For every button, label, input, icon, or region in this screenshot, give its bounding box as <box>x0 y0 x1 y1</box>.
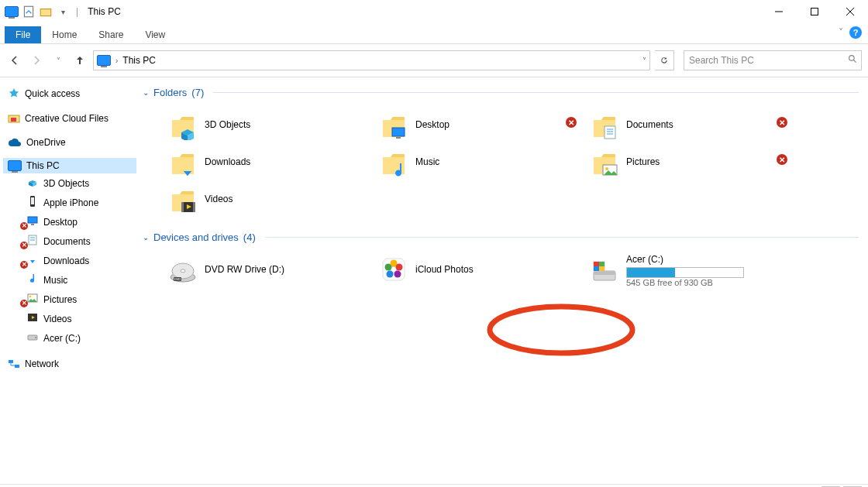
search-input[interactable]: Search This PC <box>684 50 862 70</box>
folder-item-3d-objects[interactable]: 3D Objects <box>163 106 374 143</box>
sidebar-item-videos[interactable]: Videos <box>3 309 136 328</box>
sidebar-item-music[interactable]: Music <box>3 270 136 290</box>
navigation-pane: Quick access Creative Cloud Files OneDri… <box>0 77 140 484</box>
refresh-button[interactable] <box>655 50 674 70</box>
sidebar-label: Apple iPhone <box>43 197 98 208</box>
item-label: Pictures <box>626 156 790 167</box>
qat-new-folder-icon[interactable] <box>39 5 53 19</box>
group-header-devices[interactable]: ⌄ Devices and drives (4) <box>143 228 859 246</box>
back-button[interactable] <box>6 52 23 69</box>
svg-rect-48 <box>594 271 615 275</box>
sidebar-label: Network <box>25 358 59 369</box>
sidebar-item-desktop[interactable]: ✕Desktop <box>3 212 136 231</box>
breadcrumb-sep-icon: › <box>115 57 118 65</box>
content-pane[interactable]: ⌄ Folders (7) 3D ObjectsDesktop✕Document… <box>140 77 868 484</box>
ribbon: File Home Share View ˅ ? <box>0 23 868 43</box>
breadcrumb-this-pc[interactable]: This PC <box>122 55 156 66</box>
sidebar-item-downloads[interactable]: ✕Downloads <box>3 251 136 270</box>
folder-item-videos[interactable]: Videos <box>163 180 374 218</box>
icloud-icon <box>378 254 409 285</box>
desktop-folder-icon <box>378 109 409 140</box>
sidebar-label: Downloads <box>43 256 89 266</box>
device-item-dvd-rw-drive-d-[interactable]: DVDDVD RW Drive (D:) <box>163 251 374 288</box>
sidebar-item-network[interactable]: Network <box>3 355 136 372</box>
item-label: Desktop <box>415 119 580 130</box>
svg-rect-9 <box>11 118 16 122</box>
folder-item-downloads[interactable]: Downloads <box>163 143 374 180</box>
doc-icon <box>26 234 39 249</box>
folder-item-documents[interactable]: Documents✕ <box>584 106 795 143</box>
status-bar: 11 items 1 item selected ☰ ▦ <box>0 484 868 487</box>
qat-customize-icon[interactable]: ▾ <box>56 5 70 19</box>
svg-point-37 <box>181 269 185 273</box>
ribbon-collapse-icon[interactable]: ˅ <box>839 27 843 38</box>
tab-home[interactable]: Home <box>41 26 88 43</box>
drive-icon <box>589 256 620 286</box>
sidebar-item-apple-iphone[interactable]: Apple iPhone <box>3 193 136 212</box>
chevron-down-icon: ⌄ <box>143 88 149 97</box>
group-count: (7) <box>191 87 204 98</box>
folder-item-desktop[interactable]: Desktop✕ <box>374 106 584 143</box>
drive-capacity-bar <box>626 267 744 278</box>
error-badge-icon: ✕ <box>20 261 28 269</box>
svg-rect-23 <box>15 365 19 368</box>
svg-rect-34 <box>193 202 195 212</box>
sidebar-label: This PC <box>26 160 60 171</box>
error-badge-icon: ✕ <box>566 117 577 128</box>
svg-rect-52 <box>594 266 599 271</box>
sidebar-item-pictures[interactable]: ✕Pictures <box>3 290 136 309</box>
sidebar-item-documents[interactable]: ✕Documents <box>3 231 136 251</box>
sidebar-label: Videos <box>43 314 71 324</box>
video-icon <box>26 311 39 326</box>
svg-rect-1 <box>40 9 51 16</box>
address-dropdown-icon[interactable]: ˅ <box>642 57 646 65</box>
group-header-folders[interactable]: ⌄ Folders (7) <box>143 84 859 101</box>
title-sep: | <box>76 6 78 17</box>
tab-view[interactable]: View <box>134 26 176 43</box>
sidebar-item-onedrive[interactable]: OneDrive <box>3 135 136 150</box>
svg-rect-11 <box>31 197 34 204</box>
close-button[interactable] <box>832 0 868 23</box>
sidebar-item-3d-objects[interactable]: 3D Objects <box>3 173 136 193</box>
sidebar-item-quick-access[interactable]: Quick access <box>3 85 136 102</box>
search-icon <box>848 54 858 67</box>
svg-point-45 <box>387 271 394 278</box>
sidebar-label: Pictures <box>43 294 77 305</box>
tab-share[interactable]: Share <box>88 26 134 43</box>
music-folder-icon <box>378 146 409 177</box>
device-item-icloud-photos[interactable]: iCloud Photos <box>374 251 584 288</box>
nav-row: ˅ › This PC ˅ Search This PC <box>0 44 868 77</box>
sidebar-label: Quick access <box>25 88 80 99</box>
svg-point-43 <box>396 264 403 271</box>
doc-folder-icon <box>589 109 620 140</box>
up-button[interactable] <box>71 52 88 69</box>
recent-dropdown[interactable]: ˅ <box>50 52 67 69</box>
folder-item-pictures[interactable]: Pictures✕ <box>584 143 795 180</box>
sidebar-item-creative-cloud[interactable]: Creative Cloud Files <box>3 110 136 127</box>
maximize-button[interactable] <box>797 0 832 23</box>
help-icon[interactable]: ? <box>849 26 862 39</box>
dvd-icon: DVD <box>167 254 198 285</box>
folder-item-music[interactable]: Music <box>374 143 584 180</box>
svg-rect-51 <box>599 262 604 266</box>
cube-icon <box>26 176 39 190</box>
item-subtext: 545 GB free of 930 GB <box>626 278 790 287</box>
sidebar-item-this-pc[interactable]: This PC <box>3 158 136 173</box>
file-tab[interactable]: File <box>5 26 41 43</box>
svg-rect-25 <box>396 137 401 139</box>
error-badge-icon: ✕ <box>777 117 787 128</box>
svg-rect-13 <box>31 224 34 225</box>
svg-point-44 <box>394 271 401 278</box>
device-item-acer-c-[interactable]: Acer (C:)545 GB free of 930 GB <box>584 251 795 290</box>
svg-point-54 <box>490 307 632 353</box>
forward-button[interactable] <box>28 52 45 69</box>
svg-rect-12 <box>28 217 37 223</box>
cloud-icon <box>8 138 22 147</box>
svg-point-21 <box>35 337 36 338</box>
qat-properties-icon[interactable] <box>22 5 36 19</box>
sidebar-label: Desktop <box>43 217 78 228</box>
address-bar[interactable]: › This PC ˅ <box>93 50 650 70</box>
sidebar-item-acer-c-[interactable]: Acer (C:) <box>3 328 136 348</box>
minimize-button[interactable] <box>761 0 797 23</box>
error-badge-icon: ✕ <box>20 242 28 249</box>
